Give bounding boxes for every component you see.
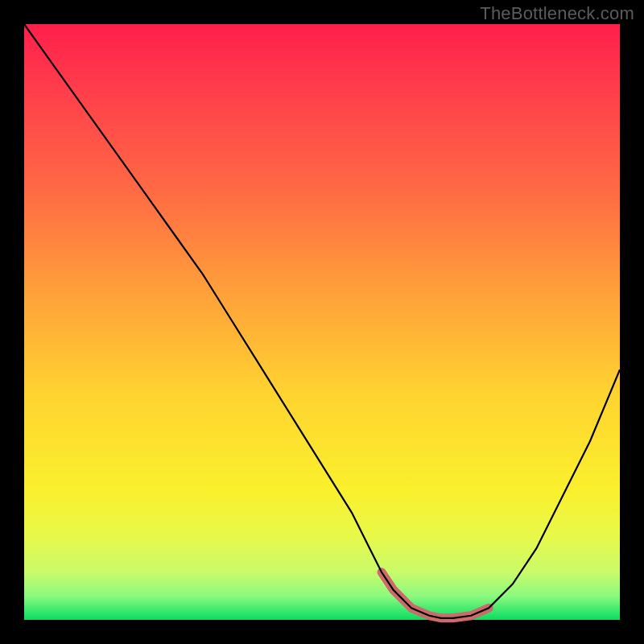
watermark-text: TheBottleneck.com bbox=[480, 3, 634, 24]
curve-line bbox=[24, 24, 620, 618]
bottleneck-curve bbox=[24, 24, 620, 620]
chart-frame: TheBottleneck.com bbox=[0, 0, 644, 644]
plot-area bbox=[24, 24, 620, 620]
